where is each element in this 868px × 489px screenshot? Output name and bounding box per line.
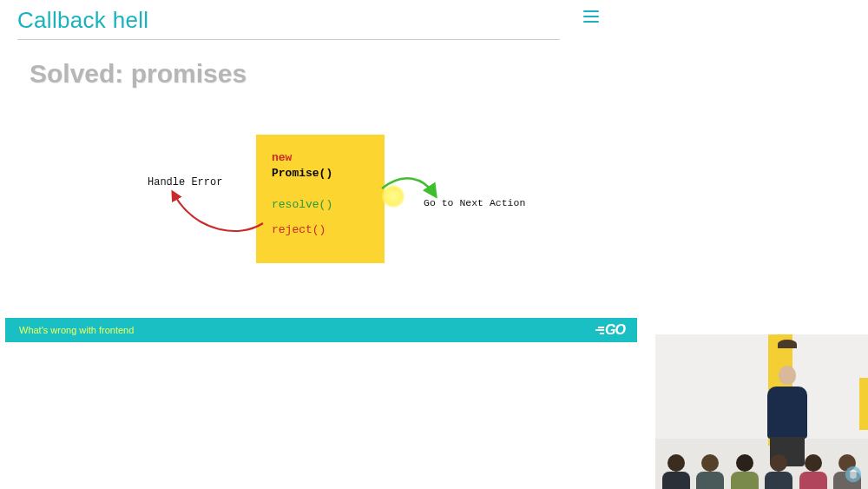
next-action-label: Go to Next Action (424, 197, 525, 208)
go-logo-icon: GO (595, 322, 625, 338)
audience-person-icon (696, 454, 724, 489)
footer-caption: What's wrong with frontend (19, 325, 134, 335)
resolve-fn: resolve() (272, 197, 372, 213)
audience-person-icon (731, 454, 759, 489)
handle-error-label: Handle Error (148, 176, 222, 188)
audience-person-icon (765, 454, 792, 489)
page-title: Callback hell (17, 7, 560, 34)
reject-fn: reject() (272, 222, 372, 238)
highlight-dot-icon (382, 185, 404, 208)
hamburger-icon[interactable] (583, 10, 599, 23)
slide-subtitle: Solved: promises (30, 59, 247, 89)
speaker-figure-icon (760, 360, 815, 465)
new-keyword: new (272, 151, 292, 164)
slide-footer: What's wrong with frontend GO (5, 318, 637, 342)
audience-person-icon (799, 454, 827, 489)
promise-parens: () (319, 167, 333, 180)
audience-row (655, 450, 868, 489)
slide: Callback hell Solved: promises Handle Er… (0, 0, 868, 489)
go-logo-text: GO (605, 322, 625, 338)
video-watermark-icon (844, 465, 863, 484)
slide-title-bar: Callback hell (17, 7, 560, 40)
promise-keyword: Promise (272, 167, 319, 180)
speaker-video-pip (655, 334, 868, 489)
promise-box: new Promise() resolve() reject() (256, 135, 385, 263)
audience-person-icon (662, 454, 690, 489)
promise-diagram: Handle Error new Promise() resolve() rej… (148, 135, 521, 282)
